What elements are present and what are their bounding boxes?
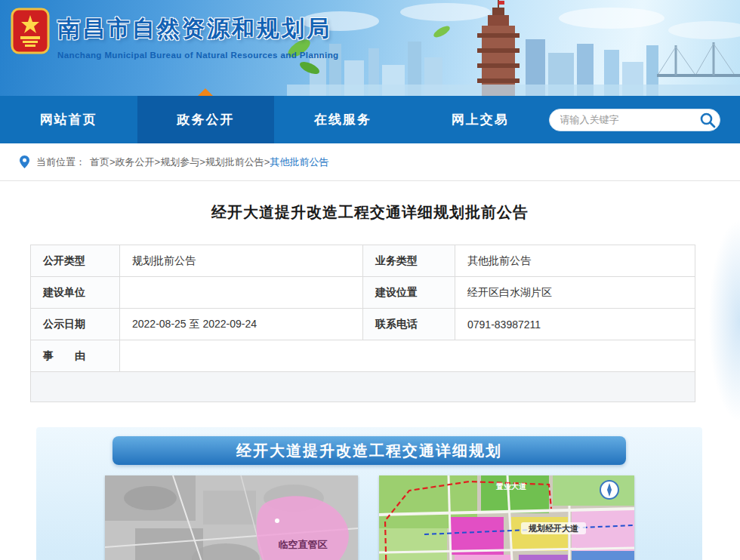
announcement-info-table: 公开类型 规划批前公告 业务类型 其他批前公告 建设单位 建设位置 经开区白水湖… bbox=[30, 245, 695, 402]
table-row: 事 由 bbox=[31, 340, 695, 372]
field-value-publicity-date: 2022-08-25 至 2022-09-24 bbox=[120, 309, 363, 340]
left-map-area-label: 临空直管区 bbox=[278, 539, 327, 550]
field-label-reason: 事 由 bbox=[31, 340, 120, 372]
nav-item-home[interactable]: 网站首页 bbox=[0, 96, 137, 143]
plan-banner-title: 经开大道提升改造工程交通详细规划 bbox=[113, 436, 626, 465]
blank-cell bbox=[31, 372, 695, 402]
field-label-location: 建设位置 bbox=[363, 277, 455, 309]
field-value-reason bbox=[120, 340, 695, 372]
plan-maps: 临空直管区 置业 bbox=[36, 475, 702, 560]
field-label-phone: 联系电话 bbox=[363, 309, 455, 340]
location-pin-icon bbox=[20, 155, 29, 168]
field-value-location: 经开区白水湖片区 bbox=[455, 277, 695, 309]
decorative-flourish bbox=[708, 219, 740, 423]
nav-item-online-services[interactable]: 在线服务 bbox=[274, 96, 412, 143]
page: 南昌市自然资源和规划局 Nanchang Municipal Bureau of… bbox=[0, 0, 740, 560]
right-map-road-label: 规划经开大道 bbox=[528, 524, 579, 533]
national-emblem-icon bbox=[11, 8, 50, 56]
site-subtitle: Nanchang Municipal Bureau of Natural Res… bbox=[57, 51, 339, 60]
table-row: 公示日期 2022-08-25 至 2022-09-24 联系电话 0791-8… bbox=[31, 309, 695, 340]
field-label-construction-unit: 建设单位 bbox=[31, 277, 120, 309]
right-map-top-road-label: 置业大道 bbox=[495, 482, 527, 491]
field-value-phone: 0791-83987211 bbox=[455, 309, 695, 340]
field-label-business-type: 业务类型 bbox=[363, 245, 455, 277]
breadcrumb-trail: 首页>政务公开>规划参与>规划批前公告> bbox=[90, 155, 270, 169]
active-tab-arrow-icon bbox=[198, 88, 213, 96]
field-label-publicity-date: 公示日期 bbox=[31, 309, 120, 340]
field-value-construction-unit bbox=[120, 277, 363, 309]
site-title-block: 南昌市自然资源和规划局 Nanchang Municipal Bureau of… bbox=[57, 14, 339, 60]
table-row-blank bbox=[31, 372, 695, 402]
search-input[interactable] bbox=[549, 109, 721, 131]
field-value-open-type: 规划批前公告 bbox=[120, 245, 363, 277]
search-icon[interactable] bbox=[698, 111, 717, 129]
breadcrumb-prefix: 当前位置： bbox=[36, 155, 85, 169]
breadcrumb-current-link[interactable]: 其他批前公告 bbox=[270, 155, 328, 169]
field-value-business-type: 其他批前公告 bbox=[455, 245, 695, 277]
nav-item-gov-disclosure[interactable]: 政务公开 bbox=[137, 96, 275, 143]
aerial-location-map-image: 临空直管区 bbox=[105, 475, 358, 560]
site-title: 南昌市自然资源和规划局 bbox=[57, 14, 339, 45]
table-row: 建设单位 建设位置 经开区白水湖片区 bbox=[31, 277, 695, 309]
main-nav: 网站首页 政务公开 在线服务 网上交易 bbox=[0, 96, 740, 143]
page-title: 经开大道提升改造工程交通详细规划批前公告 bbox=[0, 202, 740, 223]
table-row: 公开类型 规划批前公告 业务类型 其他批前公告 bbox=[31, 245, 695, 277]
nav-item-label: 政务公开 bbox=[177, 112, 234, 127]
city-skyline-illustration bbox=[287, 0, 740, 96]
zoning-plan-map-image: 置业大道 规划经开大道 bbox=[379, 475, 634, 560]
nav-item-online-trading[interactable]: 网上交易 bbox=[412, 96, 549, 143]
field-label-open-type: 公开类型 bbox=[31, 245, 120, 277]
plan-attachment-panel: 经开大道提升改造工程交通详细规划 临空直管区 bbox=[36, 427, 702, 560]
site-header: 南昌市自然资源和规划局 Nanchang Municipal Bureau of… bbox=[0, 0, 740, 96]
breadcrumb: 当前位置： 首页>政务公开>规划参与>规划批前公告> 其他批前公告 bbox=[0, 143, 740, 181]
search-box bbox=[549, 109, 721, 131]
